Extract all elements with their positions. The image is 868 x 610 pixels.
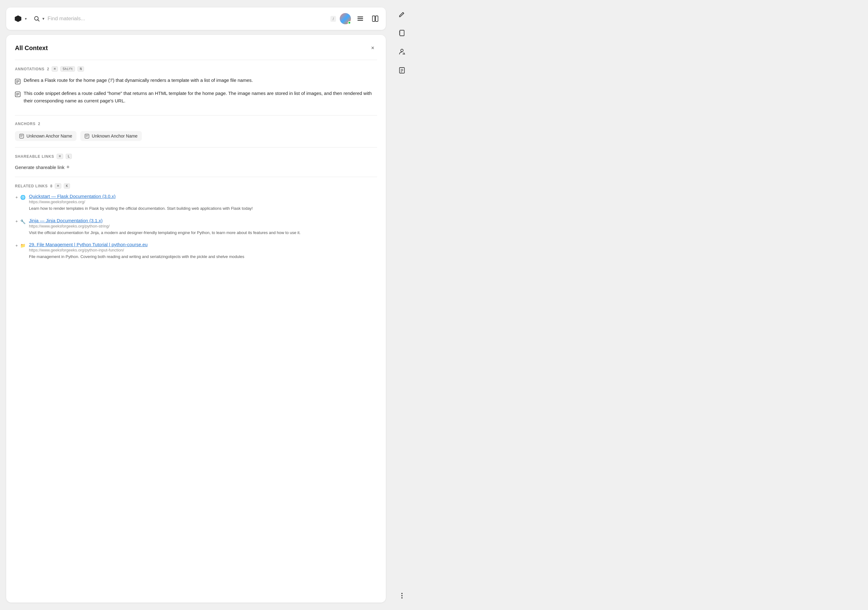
sidebar-pencil-button[interactable] [395,8,409,21]
svg-rect-3 [358,17,363,17]
rl-url-3: https://www.geeksforgeeks.org/python-inp… [29,248,377,252]
list-view-button[interactable] [355,13,366,24]
rl-prefix-1: ✦ 🌐 [15,194,26,200]
anchor-item-2[interactable]: Unknown Anchor Name [80,131,142,141]
annotations-count: 2 [47,67,49,71]
rl-url-1: https://www.geeksforgeeks.org/ [29,200,377,204]
annotation-text-1: Defines a Flask route for the home page … [24,76,253,84]
rl-favicon-1: 🌐 [20,194,26,200]
annotations-shortcut-cmd: ⌘ [52,66,58,71]
slash-badge: / [330,16,336,22]
search-area: ▼ Find materials... / [34,16,336,22]
anchor-name-2: Unknown Anchor Name [92,133,138,138]
rl-desc-3: File management in Python. Covering both… [29,254,244,259]
annotation-item-2: This code snippet defines a route called… [15,90,377,105]
sidebar-notebook-button[interactable] [395,26,409,40]
svg-line-2 [38,20,39,22]
svg-rect-5 [358,20,363,21]
topbar-right [340,13,381,24]
rl-prefix-3: ✦ 📁 [15,242,26,249]
shareable-links-section: SHAREABLE LINKS ⌘ L Generate shareable l… [15,147,377,177]
svg-marker-0 [15,16,22,22]
rl-title-2[interactable]: Jinja — Jinja Documentation (3.1.x) [29,218,377,223]
annotations-shortcut-shift: Shift [60,66,75,71]
search-icon-button[interactable]: ▼ [34,16,45,22]
panel-view-button[interactable] [370,13,381,24]
svg-rect-4 [358,19,363,19]
related-links-section: RELATED LINKS 8 ⌘ K ✦ 🌐 Quickstart — Fla… [15,177,377,272]
search-dropdown-arrow: ▼ [42,17,45,20]
anchor-icon-1 [19,133,24,139]
search-placeholder[interactable]: Find materials... [48,16,85,22]
shareable-links-header: SHAREABLE LINKS ⌘ L [15,154,377,159]
shareable-links-label: SHAREABLE LINKS [15,154,54,159]
close-button[interactable]: × [368,43,377,52]
anchors-list: Unknown Anchor Name Unknown Anchor Name [15,131,377,141]
rl-url-2: https://www.geeksforgeeks.org/python-str… [29,224,377,228]
anchors-label: ANCHORS [15,122,36,126]
related-links-shortcut-k: K [64,183,70,189]
top-bar: ▼ ▼ Find materials... / [6,8,386,30]
anchors-count: 2 [38,122,40,126]
related-links-shortcut-cmd: ⌘ [55,183,61,189]
rl-stars-3: ✦ [15,244,19,248]
shareable-links-shortcut-l: L [66,154,72,159]
annotation-item-1: Defines a Flask route for the home page … [15,76,377,85]
rl-content-1: Quickstart — Flask Documentation (3.0.x)… [29,194,377,212]
related-links-header: RELATED LINKS 8 ⌘ K [15,183,377,189]
right-sidebar [392,0,412,610]
rl-content-2: Jinja — Jinja Documentation (3.1.x) http… [29,218,377,236]
generate-link-label: Generate shareable link [15,165,64,170]
sidebar-document-button[interactable] [395,64,409,77]
related-link-item-2: ✦ 🔧 Jinja — Jinja Documentation (3.1.x) … [15,218,377,236]
logo-button[interactable]: ▼ [11,12,30,25]
rl-favicon-2: 🔧 [20,219,26,225]
panel-title: All Context [15,45,48,52]
annotations-section: ANNOTATIONS 2 ⌘ Shift N Defines a Flask … [15,60,377,115]
svg-rect-29 [400,68,405,73]
rl-desc-1: Learn how to render templates in Flask b… [29,206,253,211]
svg-rect-22 [400,30,404,36]
svg-point-27 [401,49,403,52]
annotation-text-2: This code snippet defines a route called… [24,90,377,105]
annotations-header: ANNOTATIONS 2 ⌘ Shift N [15,66,377,71]
svg-point-33 [401,593,403,594]
avatar-status-dot [348,21,351,24]
related-link-item-1: ✦ 🌐 Quickstart — Flask Documentation (3.… [15,194,377,212]
svg-point-34 [401,595,403,596]
anchor-name-1: Unknown Anchor Name [26,133,72,138]
svg-point-35 [401,597,403,599]
panel-header: All Context × [15,43,377,52]
rl-favicon-3: 📁 [20,242,26,249]
related-link-item-3: ✦ 📁 29. File Management | Python Tutoria… [15,242,377,260]
avatar[interactable] [340,13,351,24]
rl-content-3: 29. File Management | Python Tutorial | … [29,242,377,260]
rl-title-1[interactable]: Quickstart — Flask Documentation (3.0.x) [29,194,377,199]
related-links-label: RELATED LINKS [15,184,48,188]
sidebar-person-link-button[interactable] [395,45,409,59]
annotations-label: ANNOTATIONS [15,67,45,71]
rl-desc-2: Visit the official documentation for Jin… [29,230,301,235]
rl-title-3[interactable]: 29. File Management | Python Tutorial | … [29,242,377,247]
annotations-shortcut-n: N [78,66,84,71]
sidebar-more-button[interactable] [395,589,409,602]
svg-rect-6 [372,16,375,22]
plus-icon: + [66,164,70,171]
generate-link-button[interactable]: Generate shareable link + [15,164,377,171]
rl-stars-1: ✦ [15,195,19,200]
anchors-section: ANCHORS 2 Unknown Anchor Name [15,115,377,147]
shareable-links-shortcut-cmd: ⌘ [57,154,63,159]
anchor-icon-2 [85,133,89,139]
all-context-panel: All Context × ANNOTATIONS 2 ⌘ Shift N [6,35,386,602]
annotation-icon-2 [15,90,20,98]
anchors-header: ANCHORS 2 [15,122,377,126]
logo-chevron: ▼ [24,17,27,20]
rl-stars-2: ✦ [15,219,19,224]
svg-rect-7 [375,16,378,22]
related-links-count: 8 [50,184,53,188]
rl-prefix-2: ✦ 🔧 [15,219,26,225]
anchor-item-1[interactable]: Unknown Anchor Name [15,131,76,141]
annotation-icon-1 [15,77,20,85]
